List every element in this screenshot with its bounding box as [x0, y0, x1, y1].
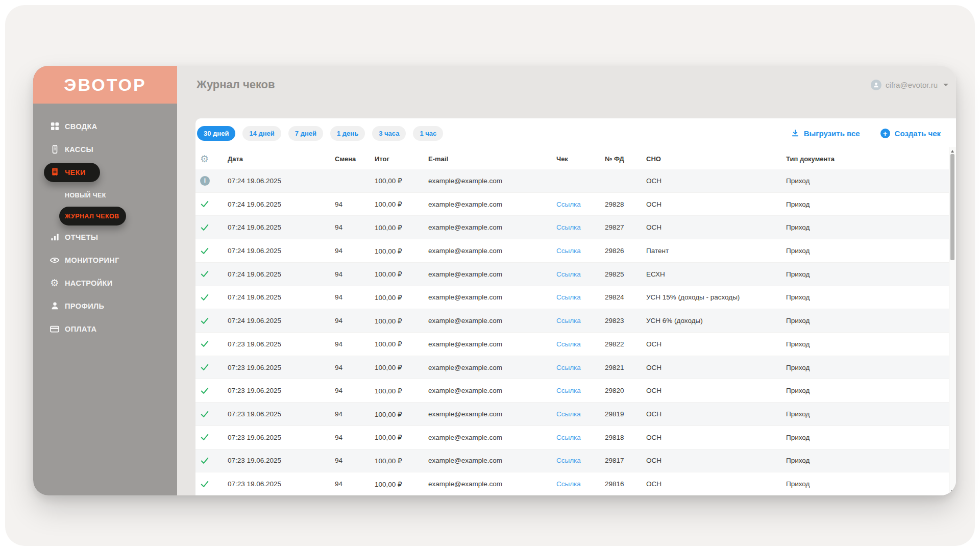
cell-doctype: Приход — [783, 340, 956, 348]
sidebar-item-novyy-chek[interactable]: НОВЫЙ ЧЕК — [33, 184, 177, 207]
chevron-down-icon — [943, 84, 948, 86]
cell-shift: 94 — [332, 201, 372, 208]
sidebar-item-nastroyki[interactable]: ⚙НАСТРОЙКИ — [33, 271, 177, 294]
cell-sno: ОСН — [644, 457, 783, 464]
status-ok-icon — [200, 293, 209, 302]
cell-total: 100,00 ₽ — [372, 387, 426, 395]
status-ok-icon — [200, 246, 209, 256]
receipt-link[interactable]: Ссылка — [556, 340, 581, 348]
sidebar-item-monitoring[interactable]: МОНИТОРИНГ — [33, 248, 177, 271]
cell-shift: 94 — [332, 293, 372, 301]
sidebar-item-zhurnal-chekov[interactable]: ЖУРНАЛ ЧЕКОВ — [59, 207, 126, 226]
receipt-link[interactable]: Ссылка — [556, 317, 581, 324]
scrollbar-thumb[interactable] — [950, 154, 954, 260]
page-background: ЭВОТОР СВОДКАКАССЫЧЕКИНОВЫЙ ЧЕКЖУРНАЛ ЧЕ… — [5, 5, 975, 546]
table-row: 07:23 19.06.2025 94 100,00 ₽ example@exa… — [195, 356, 956, 379]
cell-date: 07:23 19.06.2025 — [225, 364, 332, 371]
receipt-link[interactable]: Ссылка — [556, 387, 581, 394]
cell-sno: ОСН — [644, 434, 783, 441]
cell-shift: 94 — [332, 387, 372, 394]
scroll-up-icon[interactable] — [951, 150, 954, 153]
cell-date: 07:24 19.06.2025 — [225, 201, 332, 208]
receipt-link[interactable]: Ссылка — [556, 457, 581, 464]
sidebar-item-label: ЧЕКИ — [65, 168, 86, 177]
period-filter-5[interactable]: 1 час — [413, 126, 443, 141]
brand-logo: ЭВОТОР — [33, 66, 177, 104]
cell-receipt: Ссылка — [554, 247, 602, 255]
cell-date: 07:23 19.06.2025 — [225, 434, 332, 441]
cell-total: 100,00 ₽ — [372, 457, 426, 465]
status-ok-icon — [200, 363, 209, 372]
page-title: Журнал чеков — [197, 78, 871, 91]
cell-sno: ЕСХН — [644, 270, 783, 278]
period-filter-1[interactable]: 14 дней — [242, 126, 281, 141]
cell-email: example@example.com — [426, 387, 554, 394]
cell-date: 07:24 19.06.2025 — [225, 293, 332, 301]
sidebar-item-cheki[interactable]: ЧЕКИ — [44, 163, 100, 182]
receipt-icon — [50, 167, 60, 178]
create-receipt-button[interactable]: + Создать чек — [877, 128, 944, 139]
period-filter-4[interactable]: 3 часа — [372, 126, 406, 141]
download-icon — [791, 129, 799, 137]
status-info-icon[interactable]: i — [200, 176, 210, 186]
cell-fd: 29821 — [602, 364, 644, 371]
receipt-link[interactable]: Ссылка — [556, 270, 581, 278]
cell-sno: ОСН — [644, 387, 783, 394]
cell-doctype: Приход — [783, 247, 956, 255]
column-header: Чек — [554, 155, 602, 163]
period-filter-0[interactable]: 30 дней — [197, 126, 235, 141]
cell-fd: 29825 — [602, 270, 644, 278]
receipt-link[interactable]: Ссылка — [556, 223, 581, 231]
scroll-down-icon[interactable] — [951, 490, 954, 492]
cell-doctype: Приход — [783, 457, 956, 464]
receipt-link[interactable]: Ссылка — [556, 410, 581, 418]
sidebar-item-label: СВОДКА — [65, 122, 97, 131]
status-ok-icon — [200, 480, 209, 489]
cell-shift: 94 — [332, 317, 372, 324]
sidebar-item-svodka[interactable]: СВОДКА — [33, 115, 177, 138]
sidebar-item-profil[interactable]: ПРОФИЛЬ — [33, 294, 177, 317]
sidebar-item-kassy[interactable]: КАССЫ — [33, 138, 177, 161]
cell-total: 100,00 ₽ — [372, 340, 426, 348]
sidebar-item-label: МОНИТОРИНГ — [65, 256, 119, 264]
cell-email: example@example.com — [426, 223, 554, 231]
cell-fd: 29828 — [602, 201, 644, 208]
cell-shift: 94 — [332, 434, 372, 441]
cell-receipt: Ссылка — [554, 364, 602, 371]
period-filter-2[interactable]: 7 дней — [288, 126, 323, 141]
receipt-link[interactable]: Ссылка — [556, 434, 581, 441]
cell-email: example@example.com — [426, 340, 554, 348]
cell-email: example@example.com — [426, 457, 554, 464]
bar-chart-icon — [50, 232, 60, 242]
sidebar-item-oplata[interactable]: ОПЛАТА — [33, 317, 177, 340]
period-filter-3[interactable]: 1 день — [330, 126, 365, 141]
sidebar-nav: СВОДКАКАССЫЧЕКИНОВЫЙ ЧЕКЖУРНАЛ ЧЕКОВОТЧЕ… — [33, 104, 177, 340]
toolbar: 30 дней14 дней7 дней1 день3 часа1 час Вы… — [195, 118, 956, 148]
table-row: 07:23 19.06.2025 94 100,00 ₽ example@exa… — [195, 425, 956, 449]
column-header: Итог — [372, 155, 426, 163]
cell-shift: 94 — [332, 340, 372, 348]
export-all-button[interactable]: Выгрузить все — [788, 129, 863, 138]
receipt-link[interactable]: Ссылка — [556, 201, 581, 208]
sidebar-item-otchety[interactable]: ОТЧЕТЫ — [33, 226, 177, 248]
column-header: № ФД — [602, 155, 644, 163]
cell-date: 07:24 19.06.2025 — [225, 270, 332, 278]
column-settings-icon[interactable]: ⚙ — [195, 154, 225, 164]
receipt-link[interactable]: Ссылка — [556, 364, 581, 371]
cell-fd: 29827 — [602, 223, 644, 231]
cell-receipt: Ссылка — [554, 434, 602, 441]
receipt-link[interactable]: Ссылка — [556, 293, 581, 301]
cell-date: 07:24 19.06.2025 — [225, 317, 332, 324]
sidebar-item-label: НАСТРОЙКИ — [65, 279, 113, 287]
account-menu[interactable]: cifra@evotor.ru — [871, 80, 948, 90]
receipt-link[interactable]: Ссылка — [556, 480, 581, 488]
cell-date: 07:23 19.06.2025 — [225, 480, 332, 488]
cell-date: 07:23 19.06.2025 — [225, 387, 332, 394]
cell-date: 07:24 19.06.2025 — [225, 247, 332, 255]
create-receipt-label: Создать чек — [895, 129, 941, 138]
cell-shift: 94 — [332, 410, 372, 418]
cell-doctype: Приход — [783, 223, 956, 231]
vertical-scrollbar[interactable] — [949, 147, 956, 495]
receipt-link[interactable]: Ссылка — [556, 247, 581, 255]
cell-doctype: Приход — [783, 387, 956, 394]
